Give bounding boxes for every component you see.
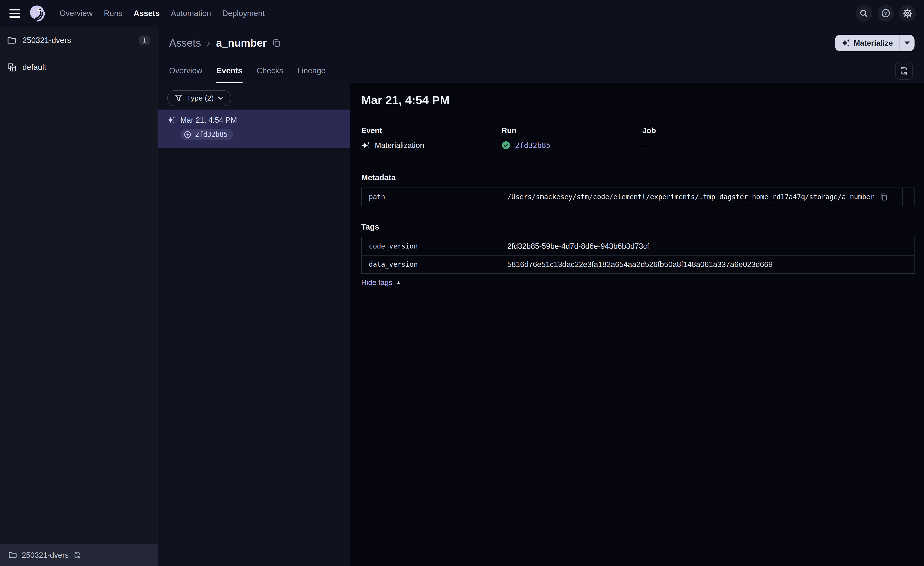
copy-icon bbox=[272, 39, 281, 47]
type-filter-label: Type (2) bbox=[187, 94, 214, 102]
asset-name: a_number bbox=[216, 37, 267, 49]
dagster-logo-icon[interactable] bbox=[28, 4, 46, 23]
code-location-label: 250321-dvers bbox=[22, 36, 71, 45]
asset-group-icon bbox=[7, 63, 16, 72]
svg-text:?: ? bbox=[884, 11, 887, 16]
tag-key: data_version bbox=[362, 255, 500, 274]
event-list-item[interactable]: Mar 21, 4:54 PM 2fd32b85 bbox=[158, 110, 350, 148]
materialization-sparkle-icon bbox=[167, 116, 176, 124]
breadcrumb: Assets › a_number bbox=[158, 27, 924, 59]
search-icon bbox=[860, 9, 868, 18]
help-icon: ? bbox=[881, 9, 891, 18]
tab-lineage[interactable]: Lineage bbox=[297, 59, 326, 83]
breadcrumb-assets-link[interactable]: Assets bbox=[169, 37, 201, 49]
folder-icon bbox=[8, 551, 17, 560]
filter-funnel-icon bbox=[175, 94, 183, 102]
events-list-panel: Type (2) bbox=[158, 83, 350, 566]
event-column-label: Event bbox=[361, 126, 502, 135]
tag-value: 2fd32b85-59be-4d7d-8d6e-943b6b3d73cf bbox=[500, 237, 914, 255]
materialize-label: Materialize bbox=[854, 39, 892, 48]
nav-item-overview[interactable]: Overview bbox=[58, 6, 94, 20]
help-button[interactable]: ? bbox=[878, 5, 894, 22]
tab-events[interactable]: Events bbox=[216, 59, 242, 83]
asset-tabs: Overview Events Checks Lineage bbox=[158, 59, 924, 83]
sidebar-item-code-location[interactable]: 250321-dvers 1 bbox=[0, 27, 158, 54]
asset-count-badge: 1 bbox=[139, 35, 150, 45]
event-detail-title: Mar 21, 4:54 PM bbox=[361, 93, 915, 107]
group-label: default bbox=[22, 63, 46, 72]
event-type-value: Materialization bbox=[375, 141, 424, 150]
hide-tags-label: Hide tags bbox=[361, 278, 392, 287]
materialize-button[interactable]: Materialize bbox=[835, 35, 900, 51]
asset-header: Assets › a_number bbox=[158, 27, 924, 83]
tag-key: code_version bbox=[362, 237, 500, 255]
nav-item-deployment[interactable]: Deployment bbox=[221, 6, 266, 20]
materialize-dropdown-button[interactable] bbox=[900, 35, 915, 51]
materialization-sparkle-icon bbox=[841, 39, 850, 47]
settings-button[interactable] bbox=[899, 5, 916, 22]
run-column: Run 2fd32b85 bbox=[502, 126, 642, 150]
metadata-table: path /Users/smackesey/stm/code/elementl/… bbox=[361, 188, 915, 206]
sidebar: 250321-dvers 1 default 250321-dvers bbox=[0, 27, 158, 566]
job-column-label: Job bbox=[642, 126, 915, 135]
table-row: code_version 2fd32b85-59be-4d7d-8d6e-943… bbox=[362, 237, 914, 255]
materialization-sparkle-icon bbox=[361, 141, 370, 150]
nav-item-automation[interactable]: Automation bbox=[170, 6, 212, 20]
run-id-link[interactable]: 2fd32b85 bbox=[515, 141, 550, 150]
hamburger-icon[interactable] bbox=[9, 8, 21, 20]
tab-checks[interactable]: Checks bbox=[256, 59, 283, 83]
chevron-down-icon bbox=[218, 96, 224, 100]
metadata-key: path bbox=[362, 188, 500, 206]
metadata-path-link[interactable]: /Users/smackesey/stm/code/elementl/exper… bbox=[507, 193, 874, 201]
table-spacer-cell bbox=[903, 188, 915, 206]
copy-path-button[interactable] bbox=[880, 193, 888, 201]
detail-divider bbox=[361, 117, 915, 117]
gear-icon bbox=[903, 9, 912, 18]
footer-code-location-label: 250321-dvers bbox=[22, 551, 69, 560]
folder-icon bbox=[7, 36, 16, 45]
caret-down-icon bbox=[904, 41, 910, 45]
sidebar-item-default-group[interactable]: default bbox=[0, 54, 158, 81]
metadata-heading: Metadata bbox=[361, 173, 915, 182]
success-check-icon bbox=[502, 141, 510, 150]
table-row: path /Users/smackesey/stm/code/elementl/… bbox=[362, 188, 914, 206]
tags-table: code_version 2fd32b85-59be-4d7d-8d6e-943… bbox=[361, 237, 915, 274]
run-column-label: Run bbox=[502, 126, 642, 135]
caret-up-icon: ▲ bbox=[396, 279, 401, 286]
run-id-label: 2fd32b85 bbox=[195, 131, 228, 138]
hide-tags-link[interactable]: Hide tags ▲ bbox=[361, 278, 401, 287]
nav-item-runs[interactable]: Runs bbox=[103, 6, 124, 20]
materialize-split-button: Materialize bbox=[835, 35, 915, 51]
tab-overview[interactable]: Overview bbox=[169, 59, 202, 83]
sync-icon[interactable] bbox=[74, 551, 81, 559]
search-button[interactable] bbox=[856, 5, 872, 22]
event-timestamp: Mar 21, 4:54 PM bbox=[180, 116, 237, 125]
refresh-icon bbox=[900, 66, 908, 75]
circled-dot-icon bbox=[184, 131, 192, 138]
job-value: — bbox=[642, 141, 650, 150]
event-detail-panel: Mar 21, 4:54 PM Event Materi bbox=[350, 83, 924, 566]
nav-links: Overview Runs Assets Automation Deployme… bbox=[58, 6, 266, 20]
job-column: Job — bbox=[642, 126, 915, 150]
copy-asset-name-button[interactable] bbox=[272, 39, 281, 47]
nav-right-actions: ? bbox=[856, 5, 916, 22]
nav-item-assets[interactable]: Assets bbox=[132, 6, 161, 20]
tag-value: 5816d76e51c13dac22e3fa182a654aa2d526fb50… bbox=[500, 255, 914, 274]
tags-heading: Tags bbox=[361, 222, 915, 232]
copy-icon bbox=[880, 193, 888, 201]
dagster-app: Overview Runs Assets Automation Deployme… bbox=[0, 0, 924, 566]
table-row: data_version 5816d76e51c13dac22e3fa182a6… bbox=[362, 255, 914, 274]
run-id-pill[interactable]: 2fd32b85 bbox=[180, 129, 233, 141]
event-column: Event Materialization bbox=[361, 126, 502, 150]
refresh-button[interactable] bbox=[895, 62, 913, 80]
type-filter-button[interactable]: Type (2) bbox=[167, 90, 231, 106]
breadcrumb-separator: › bbox=[207, 38, 210, 49]
sidebar-footer[interactable]: 250321-dvers bbox=[0, 543, 158, 566]
top-nav: Overview Runs Assets Automation Deployme… bbox=[0, 0, 924, 27]
event-summary-columns: Event Materialization R bbox=[361, 126, 915, 150]
